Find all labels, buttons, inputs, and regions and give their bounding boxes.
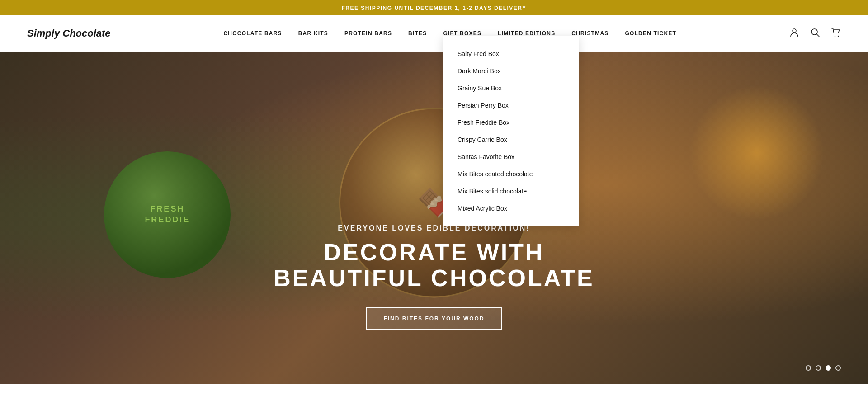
cart-icon[interactable]: [831, 28, 841, 40]
header: Simply Chocolate CHOCOLATE BARS BAR KITS…: [0, 15, 868, 52]
top-banner: FREE SHIPPING UNTIL DECEMBER 1, 1-2 DAYS…: [0, 0, 868, 15]
dropdown-item-fresh-freddie[interactable]: Fresh Freddie Box: [443, 114, 579, 131]
svg-point-3: [835, 35, 835, 36]
nav-item-gift-boxes[interactable]: GIFT BOXES: [443, 30, 481, 37]
carousel-dot-4[interactable]: [835, 365, 841, 371]
hero-cta-button[interactable]: FIND BITES FOR YOUR WOOD: [366, 307, 501, 330]
dropdown-item-grainy-sue[interactable]: Grainy Sue Box: [443, 80, 579, 97]
nav-item-golden-ticket[interactable]: GOLDEN TICKET: [625, 30, 676, 37]
nav-item-bar-kits[interactable]: BAR KITS: [298, 30, 328, 37]
green-orb-decoration: FRESHFREDDIE: [104, 151, 231, 278]
main-nav: CHOCOLATE BARS BAR KITS PROTEIN BARS BIT…: [224, 30, 677, 37]
hero-section: FRESHFREDDIE 🍫 EVERYONE LOVES EDIBLE DEC…: [0, 52, 868, 384]
nav-item-chocolate-bars[interactable]: CHOCOLATE BARS: [224, 30, 282, 37]
banner-text: FREE SHIPPING UNTIL DECEMBER 1, 1-2 DAYS…: [341, 5, 526, 11]
hero-content: EVERYONE LOVES EDIBLE DECORATION! DECORA…: [253, 224, 615, 330]
dropdown-item-salty-fred[interactable]: Salty Fred Box: [443, 45, 579, 62]
svg-line-2: [817, 34, 820, 37]
dropdown-item-mix-bites-coated[interactable]: Mix Bites coated chocolate: [443, 165, 579, 183]
dropdown-item-mixed-acrylic[interactable]: Mixed Acrylic Box: [443, 200, 579, 217]
dropdown-item-crispy-carrie[interactable]: Crispy Carrie Box: [443, 131, 579, 148]
carousel-dot-2[interactable]: [816, 365, 821, 371]
logo[interactable]: Simply Chocolate: [27, 28, 111, 39]
carousel-dot-3[interactable]: [826, 365, 831, 371]
svg-point-4: [838, 35, 839, 36]
svg-point-0: [793, 29, 796, 33]
nav-item-limited-editions[interactable]: LIMITED EDITIONS: [498, 30, 555, 37]
carousel-dot-1[interactable]: [806, 365, 811, 371]
hero-title: DECORATE WITH BEAUTIFUL CHOCOLATE: [253, 240, 615, 291]
dropdown-item-mix-bites-solid[interactable]: Mix Bites solid chocolate: [443, 183, 579, 200]
nav-item-protein-bars[interactable]: PROTEIN BARS: [344, 30, 392, 37]
dropdown-item-santas-favorite[interactable]: Santas Favorite Box: [443, 148, 579, 165]
gift-boxes-dropdown: Salty Fred Box Dark Marci Box Grainy Sue…: [443, 36, 579, 226]
account-icon[interactable]: [789, 28, 799, 40]
search-icon[interactable]: [810, 28, 820, 40]
dropdown-item-dark-marci[interactable]: Dark Marci Box: [443, 62, 579, 80]
nav-item-christmas[interactable]: CHRISTMAS: [571, 30, 609, 37]
header-wrapper: FREE SHIPPING UNTIL DECEMBER 1, 1-2 DAYS…: [0, 0, 868, 52]
carousel-dots: [806, 365, 841, 371]
dropdown-item-persian-perry[interactable]: Persian Perry Box: [443, 97, 579, 114]
glow-right-decoration: [689, 85, 825, 221]
nav-item-bites[interactable]: BITES: [408, 30, 427, 37]
header-icons: [789, 28, 841, 40]
